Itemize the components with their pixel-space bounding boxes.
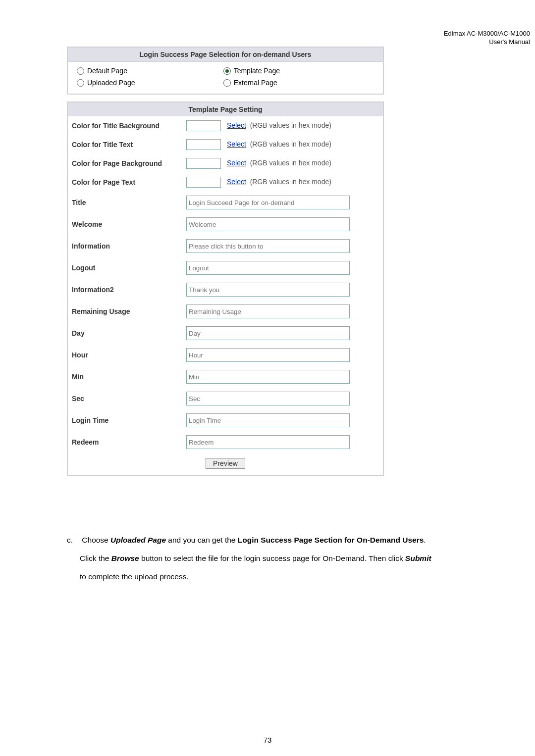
input-color-title-bg[interactable] bbox=[186, 120, 221, 131]
hint-cpb: (RGB values in hex mode) bbox=[250, 159, 331, 167]
selection-header: Login Success Page Selection for on-dema… bbox=[67, 47, 383, 62]
para-b1: Uploaded Page bbox=[110, 536, 166, 544]
input-min[interactable] bbox=[186, 370, 350, 384]
radio-default-page[interactable]: Default Page bbox=[73, 67, 223, 75]
radio-dot-icon bbox=[225, 69, 229, 73]
input-login-time[interactable] bbox=[186, 413, 350, 427]
hint-ctb: (RGB values in hex mode) bbox=[250, 121, 331, 129]
select-link-cpb[interactable]: Select bbox=[227, 159, 246, 167]
para-t1: Choose bbox=[82, 536, 110, 544]
template-page-setting-table: Template Page Setting Color for Title Ba… bbox=[67, 101, 384, 476]
select-link-ctb[interactable]: Select bbox=[227, 121, 246, 129]
para-t3-part1: . bbox=[424, 536, 426, 544]
label-information2: Information2 bbox=[67, 279, 182, 301]
label-color-title-text: Color for Title Text bbox=[67, 135, 182, 154]
label-color-page-text: Color for Page Text bbox=[67, 173, 182, 192]
radio-default-page-label: Default Page bbox=[87, 67, 127, 75]
label-sec: Sec bbox=[67, 388, 182, 409]
input-information[interactable] bbox=[186, 239, 350, 253]
radio-uploaded-page[interactable]: Uploaded Page bbox=[73, 79, 223, 87]
radio-template-page[interactable]: Template Page bbox=[223, 67, 370, 75]
para-t4: button to select the file for the login … bbox=[139, 554, 405, 562]
radio-unchecked-icon bbox=[223, 79, 231, 87]
input-title[interactable] bbox=[186, 196, 350, 209]
input-color-page-text[interactable] bbox=[186, 177, 221, 188]
login-success-selection-table: Login Success Page Selection for on-dema… bbox=[67, 47, 384, 95]
config-screenshot: Login Success Page Selection for on-dema… bbox=[67, 47, 384, 476]
input-hour[interactable] bbox=[186, 348, 350, 362]
label-remaining-usage: Remaining Usage bbox=[67, 301, 182, 322]
input-redeem[interactable] bbox=[186, 435, 350, 449]
radio-external-page-label: External Page bbox=[234, 79, 277, 87]
label-redeem: Redeem bbox=[67, 431, 182, 453]
header-line-1: Edimax AC-M3000/AC-M1000 bbox=[444, 30, 530, 38]
label-hour: Hour bbox=[67, 344, 182, 366]
manual-paragraph-c: c. Choose Uploaded Page and you can get … bbox=[67, 531, 515, 586]
radio-external-page[interactable]: External Page bbox=[223, 79, 370, 87]
radio-checked-icon bbox=[223, 67, 231, 75]
header-line-2: User's Manual bbox=[444, 38, 530, 47]
para-t5: to complete the upload process. bbox=[80, 572, 189, 581]
para-b3: Browse bbox=[111, 554, 139, 562]
label-login-time: Login Time bbox=[67, 409, 182, 431]
label-min: Min bbox=[67, 366, 182, 388]
input-day[interactable] bbox=[186, 326, 350, 340]
input-welcome[interactable] bbox=[186, 217, 350, 231]
label-color-page-bg: Color for Page Background bbox=[67, 154, 182, 173]
template-header: Template Page Setting bbox=[67, 102, 383, 116]
label-logout: Logout bbox=[67, 257, 182, 279]
input-information2[interactable] bbox=[186, 283, 350, 297]
radio-template-page-label: Template Page bbox=[234, 67, 280, 75]
radio-unchecked-icon bbox=[77, 67, 84, 75]
label-day: Day bbox=[67, 322, 182, 344]
input-sec[interactable] bbox=[186, 392, 350, 405]
para-b4: Submit bbox=[405, 554, 431, 562]
label-title: Title bbox=[67, 192, 182, 213]
input-color-title-text[interactable] bbox=[186, 139, 221, 150]
para-t3: Click the bbox=[80, 554, 111, 562]
list-letter-c: c. bbox=[67, 531, 80, 549]
radio-uploaded-page-label: Uploaded Page bbox=[87, 79, 135, 87]
label-color-title-bg: Color for Title Background bbox=[67, 116, 182, 135]
para-t2: and you can get the bbox=[166, 536, 238, 544]
para-b2: Login Success Page Section for On-Demand… bbox=[238, 536, 424, 544]
page-number: 73 bbox=[0, 736, 535, 744]
select-link-cpt[interactable]: Select bbox=[227, 178, 246, 186]
header-right: Edimax AC-M3000/AC-M1000 User's Manual bbox=[444, 30, 530, 47]
input-logout[interactable] bbox=[186, 261, 350, 275]
label-information: Information bbox=[67, 235, 182, 257]
radio-unchecked-icon bbox=[77, 79, 84, 87]
input-color-page-bg[interactable] bbox=[186, 158, 221, 169]
hint-cpt: (RGB values in hex mode) bbox=[250, 178, 331, 186]
hint-ctt: (RGB values in hex mode) bbox=[250, 140, 331, 148]
select-link-ctt[interactable]: Select bbox=[227, 140, 246, 148]
input-remaining-usage[interactable] bbox=[186, 304, 350, 318]
preview-button[interactable]: Preview bbox=[206, 458, 245, 469]
label-welcome: Welcome bbox=[67, 213, 182, 235]
